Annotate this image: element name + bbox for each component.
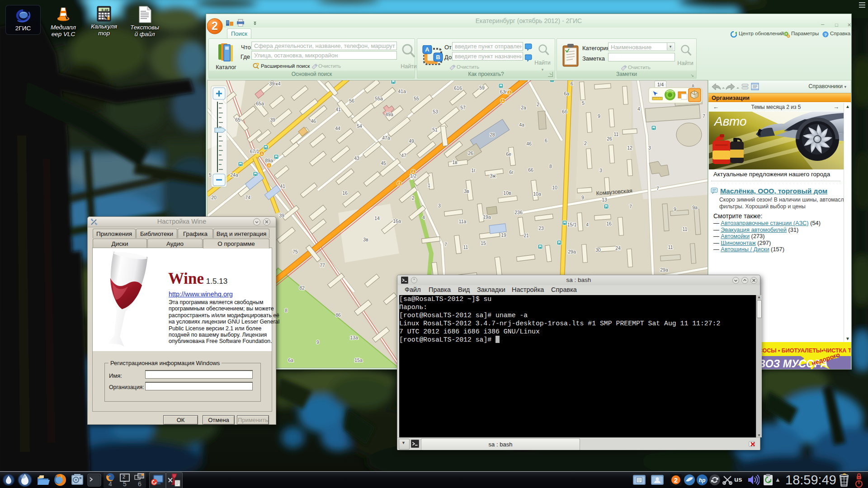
svg-text:+: + — [257, 63, 259, 66]
svg-text:41: 41 — [335, 107, 341, 112]
svg-text:30: 30 — [595, 247, 601, 253]
svg-text:44: 44 — [335, 126, 340, 131]
svg-text:8: 8 — [285, 308, 288, 313]
svg-text:4: 4 — [637, 106, 640, 112]
svg-text:3: 3 — [599, 168, 602, 173]
svg-text:3: 3 — [648, 145, 651, 150]
svg-text:6а: 6а — [288, 357, 293, 363]
svg-text:15/1: 15/1 — [567, 222, 577, 227]
svg-text:6г: 6г — [509, 169, 514, 175]
svg-text:6е: 6е — [506, 151, 511, 157]
svg-text:9: 9 — [316, 339, 319, 345]
svg-text:7: 7 — [703, 113, 705, 119]
svg-text:236: 236 — [514, 210, 523, 215]
svg-text:6а: 6а — [564, 91, 569, 96]
svg-text:39 к4: 39 к4 — [269, 81, 280, 86]
svg-text:20: 20 — [211, 195, 217, 200]
svg-text:86: 86 — [335, 312, 341, 318]
svg-text:2: 2 — [584, 141, 587, 146]
svg-text:47а: 47а — [382, 135, 390, 141]
svg-text:1г: 1г — [471, 168, 476, 173]
svg-text:616: 616 — [454, 85, 462, 91]
svg-text:A: A — [425, 46, 429, 53]
svg-text:7: 7 — [656, 186, 659, 191]
svg-text:24а: 24а — [230, 172, 238, 178]
svg-text:11: 11 — [614, 131, 619, 137]
svg-text:9: 9 — [581, 195, 584, 200]
svg-text:66: 66 — [528, 167, 533, 173]
svg-text:65а: 65а — [256, 101, 264, 106]
svg-text:74: 74 — [245, 195, 250, 200]
svg-text:19а: 19а — [483, 214, 491, 220]
svg-text:12: 12 — [627, 145, 632, 150]
svg-text:11: 11 — [463, 244, 468, 250]
svg-text:7: 7 — [629, 204, 632, 209]
svg-text:16: 16 — [606, 221, 612, 226]
svg-text:29а: 29а — [568, 249, 576, 254]
svg-text:16: 16 — [342, 190, 348, 196]
svg-text:5: 5 — [582, 100, 585, 106]
svg-text:13а: 13а — [350, 335, 358, 340]
svg-text:21: 21 — [524, 233, 529, 238]
svg-text:10в: 10в — [503, 190, 511, 196]
svg-text:6б: 6б — [562, 109, 567, 114]
svg-text:41а: 41а — [398, 89, 406, 94]
svg-text:46: 46 — [311, 118, 316, 124]
svg-text:55: 55 — [414, 96, 419, 101]
svg-text:55а: 55а — [375, 96, 383, 101]
svg-text:2: 2 — [412, 195, 415, 201]
svg-text:3.14: 3.14 — [102, 9, 108, 12]
svg-text:43: 43 — [354, 155, 359, 161]
svg-text:39: 39 — [270, 117, 275, 122]
svg-text:45: 45 — [381, 160, 386, 166]
svg-text:59: 59 — [479, 85, 485, 90]
svg-text:65: 65 — [235, 117, 241, 122]
svg-text:8: 8 — [549, 164, 552, 169]
svg-text:2: 2 — [537, 102, 539, 107]
svg-text:26: 26 — [607, 136, 612, 141]
svg-text:41: 41 — [280, 183, 285, 189]
svg-text:56: 56 — [349, 98, 354, 103]
svg-text:28: 28 — [490, 132, 495, 137]
svg-text:4а: 4а — [519, 122, 524, 127]
svg-text:2: 2 — [212, 19, 218, 32]
svg-text:4: 4 — [422, 215, 425, 220]
svg-text:1: 1 — [428, 183, 430, 188]
svg-text:15а: 15а — [354, 357, 363, 363]
svg-text:49а: 49а — [385, 112, 393, 117]
svg-text:3в: 3в — [464, 188, 469, 194]
svg-text:6: 6 — [545, 138, 547, 143]
svg-text:2: 2 — [674, 476, 678, 484]
svg-text:89а: 89а — [265, 158, 273, 163]
svg-text:82: 82 — [299, 285, 305, 291]
svg-text:57: 57 — [460, 105, 466, 110]
svg-text:39: 39 — [279, 213, 284, 218]
svg-text:11а: 11а — [459, 219, 467, 224]
svg-text:3ж: 3ж — [490, 173, 496, 178]
svg-text:2а: 2а — [521, 105, 526, 110]
svg-text:54: 54 — [357, 123, 362, 129]
svg-text:3в: 3в — [363, 237, 368, 242]
svg-text:47: 47 — [401, 153, 406, 158]
svg-text:7: 7 — [444, 242, 447, 247]
svg-text:51: 51 — [432, 127, 438, 132]
svg-text:49: 49 — [409, 138, 414, 144]
svg-text:24: 24 — [615, 245, 621, 251]
svg-text:29а: 29а — [660, 267, 668, 272]
svg-text:75: 75 — [292, 249, 298, 254]
svg-text:3: 3 — [438, 203, 441, 208]
svg-text:53: 53 — [433, 109, 438, 114]
svg-text:4: 4 — [586, 222, 589, 227]
svg-text:1/4: 1/4 — [657, 82, 664, 87]
svg-text:14: 14 — [374, 216, 380, 221]
svg-text:16а: 16а — [393, 218, 401, 224]
svg-text:10: 10 — [552, 185, 557, 190]
svg-text:13: 13 — [602, 197, 607, 202]
svg-text:15: 15 — [481, 240, 486, 246]
svg-text:26: 26 — [468, 150, 473, 156]
svg-text:1в: 1в — [452, 160, 458, 165]
svg-text:11: 11 — [683, 226, 688, 232]
svg-text:67/1: 67/1 — [250, 149, 259, 154]
svg-text:Авто: Авто — [713, 114, 747, 128]
svg-text:46: 46 — [526, 141, 532, 146]
